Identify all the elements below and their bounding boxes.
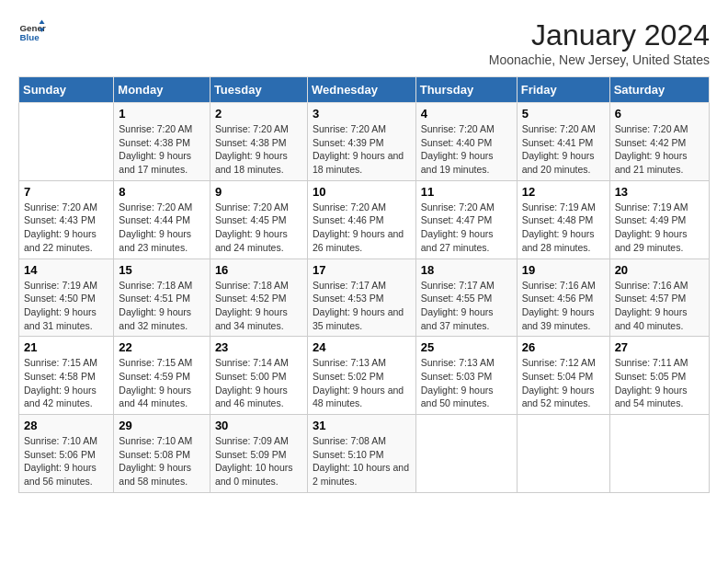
- calendar-cell: 21 Sunrise: 7:15 AMSunset: 4:58 PMDaylig…: [19, 337, 114, 415]
- day-number: 9: [215, 185, 302, 199]
- day-number: 12: [522, 185, 605, 199]
- calendar-cell: 23 Sunrise: 7:14 AMSunset: 5:00 PMDaylig…: [210, 337, 307, 415]
- svg-marker-2: [40, 20, 45, 25]
- day-number: 24: [313, 340, 411, 354]
- calendar-cell: 6 Sunrise: 7:20 AMSunset: 4:42 PMDayligh…: [609, 103, 709, 181]
- day-number: 23: [215, 340, 302, 354]
- day-number: 16: [215, 263, 302, 277]
- day-info: Sunrise: 7:15 AMSunset: 4:58 PMDaylight:…: [24, 356, 108, 410]
- header-tuesday: Tuesday: [210, 77, 307, 103]
- header-thursday: Thursday: [415, 77, 517, 103]
- calendar-cell: 26 Sunrise: 7:12 AMSunset: 5:04 PMDaylig…: [517, 337, 609, 415]
- calendar-cell: [517, 415, 609, 493]
- day-info: Sunrise: 7:20 AMSunset: 4:41 PMDaylight:…: [522, 122, 605, 177]
- day-number: 20: [615, 263, 704, 277]
- header-saturday: Saturday: [609, 77, 709, 103]
- day-number: 18: [421, 263, 512, 277]
- day-number: 27: [615, 340, 704, 354]
- day-info: Sunrise: 7:18 AMSunset: 4:52 PMDaylight:…: [215, 279, 302, 333]
- day-info: Sunrise: 7:20 AMSunset: 4:42 PMDaylight:…: [615, 122, 704, 177]
- calendar-cell: 13 Sunrise: 7:19 AMSunset: 4:49 PMDaylig…: [609, 180, 709, 259]
- calendar-cell: 3 Sunrise: 7:20 AMSunset: 4:39 PMDayligh…: [307, 103, 415, 181]
- calendar-subtitle: Moonachie, New Jersey, United States: [489, 52, 710, 67]
- header-monday: Monday: [114, 77, 210, 103]
- calendar-week-row: 21 Sunrise: 7:15 AMSunset: 4:58 PMDaylig…: [19, 337, 710, 415]
- calendar-cell: [415, 415, 517, 493]
- title-block: January 2024 Moonachie, New Jersey, Unit…: [489, 18, 710, 67]
- calendar-cell: 8 Sunrise: 7:20 AMSunset: 4:44 PMDayligh…: [114, 180, 210, 259]
- calendar-cell: [19, 103, 114, 181]
- calendar-cell: 15 Sunrise: 7:18 AMSunset: 4:51 PMDaylig…: [114, 259, 210, 337]
- day-info: Sunrise: 7:08 AMSunset: 5:10 PMDaylight:…: [313, 434, 411, 488]
- day-number: 25: [421, 340, 512, 354]
- day-number: 13: [615, 185, 704, 199]
- svg-text:Blue: Blue: [20, 32, 40, 42]
- calendar-cell: 12 Sunrise: 7:19 AMSunset: 4:48 PMDaylig…: [517, 180, 609, 259]
- calendar-cell: 5 Sunrise: 7:20 AMSunset: 4:41 PMDayligh…: [517, 103, 609, 181]
- day-info: Sunrise: 7:17 AMSunset: 4:55 PMDaylight:…: [421, 279, 512, 333]
- day-info: Sunrise: 7:20 AMSunset: 4:47 PMDaylight:…: [421, 201, 512, 255]
- logo: General Blue: [18, 18, 46, 46]
- day-number: 2: [215, 107, 302, 121]
- calendar-cell: 11 Sunrise: 7:20 AMSunset: 4:47 PMDaylig…: [415, 180, 517, 259]
- day-info: Sunrise: 7:13 AMSunset: 5:03 PMDaylight:…: [421, 356, 512, 410]
- day-number: 6: [615, 107, 704, 121]
- calendar-cell: 16 Sunrise: 7:18 AMSunset: 4:52 PMDaylig…: [210, 259, 307, 337]
- day-info: Sunrise: 7:16 AMSunset: 4:57 PMDaylight:…: [615, 279, 704, 333]
- day-number: 5: [522, 107, 605, 121]
- day-info: Sunrise: 7:14 AMSunset: 5:00 PMDaylight:…: [215, 356, 302, 410]
- calendar-cell: 22 Sunrise: 7:15 AMSunset: 4:59 PMDaylig…: [114, 337, 210, 415]
- calendar-week-row: 7 Sunrise: 7:20 AMSunset: 4:43 PMDayligh…: [19, 180, 710, 259]
- calendar-cell: 24 Sunrise: 7:13 AMSunset: 5:02 PMDaylig…: [307, 337, 415, 415]
- day-info: Sunrise: 7:10 AMSunset: 5:06 PMDaylight:…: [24, 434, 108, 488]
- day-info: Sunrise: 7:19 AMSunset: 4:50 PMDaylight:…: [24, 279, 108, 333]
- calendar-cell: 29 Sunrise: 7:10 AMSunset: 5:08 PMDaylig…: [114, 415, 210, 493]
- day-number: 1: [119, 107, 205, 121]
- day-info: Sunrise: 7:13 AMSunset: 5:02 PMDaylight:…: [313, 356, 411, 410]
- calendar-title: January 2024: [489, 18, 710, 52]
- day-number: 21: [24, 340, 108, 354]
- day-info: Sunrise: 7:20 AMSunset: 4:39 PMDaylight:…: [313, 122, 411, 177]
- day-info: Sunrise: 7:20 AMSunset: 4:45 PMDaylight:…: [215, 201, 302, 255]
- calendar-cell: 19 Sunrise: 7:16 AMSunset: 4:56 PMDaylig…: [517, 259, 609, 337]
- day-number: 29: [119, 419, 205, 432]
- header-wednesday: Wednesday: [307, 77, 415, 103]
- day-info: Sunrise: 7:09 AMSunset: 5:09 PMDaylight:…: [215, 434, 302, 488]
- day-number: 8: [119, 185, 205, 199]
- calendar-cell: 31 Sunrise: 7:08 AMSunset: 5:10 PMDaylig…: [307, 415, 415, 493]
- calendar-cell: [609, 415, 709, 493]
- calendar-cell: 4 Sunrise: 7:20 AMSunset: 4:40 PMDayligh…: [415, 103, 517, 181]
- day-number: 11: [421, 185, 512, 199]
- calendar-cell: 1 Sunrise: 7:20 AMSunset: 4:38 PMDayligh…: [114, 103, 210, 181]
- day-number: 22: [119, 340, 205, 354]
- day-number: 10: [313, 185, 411, 199]
- calendar-cell: 28 Sunrise: 7:10 AMSunset: 5:06 PMDaylig…: [19, 415, 114, 493]
- calendar-week-row: 14 Sunrise: 7:19 AMSunset: 4:50 PMDaylig…: [19, 259, 710, 337]
- day-info: Sunrise: 7:12 AMSunset: 5:04 PMDaylight:…: [522, 356, 605, 410]
- day-info: Sunrise: 7:11 AMSunset: 5:05 PMDaylight:…: [615, 356, 704, 410]
- day-number: 4: [421, 107, 512, 121]
- day-number: 15: [119, 263, 205, 277]
- day-info: Sunrise: 7:20 AMSunset: 4:44 PMDaylight:…: [119, 201, 205, 255]
- day-number: 7: [24, 185, 108, 199]
- calendar-header-row: Sunday Monday Tuesday Wednesday Thursday…: [19, 77, 710, 103]
- calendar-cell: 2 Sunrise: 7:20 AMSunset: 4:38 PMDayligh…: [210, 103, 307, 181]
- calendar-week-row: 28 Sunrise: 7:10 AMSunset: 5:06 PMDaylig…: [19, 415, 710, 493]
- day-number: 3: [313, 107, 411, 121]
- day-number: 28: [24, 419, 108, 432]
- calendar-cell: 25 Sunrise: 7:13 AMSunset: 5:03 PMDaylig…: [415, 337, 517, 415]
- calendar-cell: 27 Sunrise: 7:11 AMSunset: 5:05 PMDaylig…: [609, 337, 709, 415]
- day-number: 30: [215, 419, 302, 432]
- day-info: Sunrise: 7:18 AMSunset: 4:51 PMDaylight:…: [119, 279, 205, 333]
- header-sunday: Sunday: [19, 77, 114, 103]
- day-info: Sunrise: 7:20 AMSunset: 4:40 PMDaylight:…: [421, 122, 512, 177]
- calendar-cell: 30 Sunrise: 7:09 AMSunset: 5:09 PMDaylig…: [210, 415, 307, 493]
- header-friday: Friday: [517, 77, 609, 103]
- day-info: Sunrise: 7:20 AMSunset: 4:38 PMDaylight:…: [119, 122, 205, 177]
- page-header: General Blue January 2024 Moonachie, New…: [18, 18, 710, 67]
- calendar-week-row: 1 Sunrise: 7:20 AMSunset: 4:38 PMDayligh…: [19, 103, 710, 181]
- logo-icon: General Blue: [18, 18, 46, 46]
- day-info: Sunrise: 7:20 AMSunset: 4:38 PMDaylight:…: [215, 122, 302, 177]
- day-info: Sunrise: 7:17 AMSunset: 4:53 PMDaylight:…: [313, 279, 411, 333]
- day-info: Sunrise: 7:20 AMSunset: 4:46 PMDaylight:…: [313, 201, 411, 255]
